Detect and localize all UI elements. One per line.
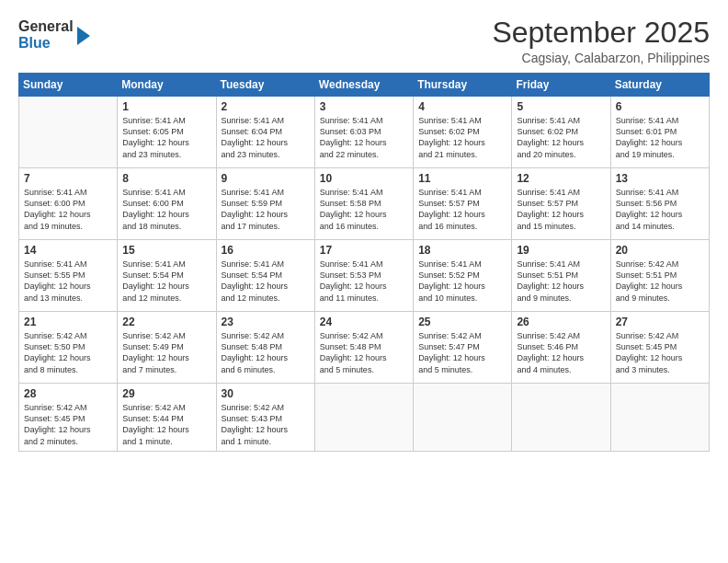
table-cell: 17Sunrise: 5:41 AMSunset: 5:53 PMDayligh… — [314, 240, 413, 312]
day-info: Sunrise: 5:41 AMSunset: 6:00 PMDaylight:… — [122, 187, 210, 232]
day-info: Sunrise: 5:41 AMSunset: 6:02 PMDaylight:… — [418, 115, 506, 160]
day-number: 26 — [517, 316, 605, 328]
table-cell: 13Sunrise: 5:41 AMSunset: 5:56 PMDayligh… — [610, 168, 709, 240]
calendar-table: Sunday Monday Tuesday Wednesday Thursday… — [18, 73, 710, 452]
day-number: 16 — [222, 244, 310, 257]
table-cell: 1Sunrise: 5:41 AMSunset: 6:05 PMDaylight… — [118, 97, 216, 168]
table-cell: 6Sunrise: 5:41 AMSunset: 6:01 PMDaylight… — [610, 97, 709, 168]
logo-line2: Blue — [18, 35, 74, 52]
day-info: Sunrise: 5:42 AMSunset: 5:43 PMDaylight:… — [222, 402, 310, 447]
day-info: Sunrise: 5:42 AMSunset: 5:48 PMDaylight:… — [222, 330, 310, 375]
page: General Blue September 2025 Cagsiay, Cal… — [0, 0, 728, 563]
col-saturday: Saturday — [610, 74, 709, 97]
day-info: Sunrise: 5:41 AMSunset: 5:54 PMDaylight:… — [222, 259, 310, 304]
table-cell: 15Sunrise: 5:41 AMSunset: 5:54 PMDayligh… — [118, 240, 216, 312]
table-cell: 7Sunrise: 5:41 AMSunset: 6:00 PMDaylight… — [19, 168, 118, 240]
header: General Blue September 2025 Cagsiay, Cal… — [18, 17, 710, 65]
day-info: Sunrise: 5:41 AMSunset: 6:00 PMDaylight:… — [24, 187, 112, 232]
day-info: Sunrise: 5:41 AMSunset: 5:53 PMDaylight:… — [320, 259, 408, 304]
day-number: 12 — [517, 172, 605, 185]
table-cell: 19Sunrise: 5:41 AMSunset: 5:51 PMDayligh… — [512, 240, 610, 312]
day-info: Sunrise: 5:42 AMSunset: 5:44 PMDaylight:… — [122, 402, 210, 447]
day-info: Sunrise: 5:42 AMSunset: 5:51 PMDaylight:… — [616, 259, 704, 304]
table-cell: 18Sunrise: 5:41 AMSunset: 5:52 PMDayligh… — [414, 240, 512, 312]
day-number: 5 — [517, 100, 605, 113]
calendar-row: 21Sunrise: 5:42 AMSunset: 5:50 PMDayligh… — [19, 312, 710, 384]
day-number: 20 — [616, 244, 704, 257]
calendar-row: 7Sunrise: 5:41 AMSunset: 6:00 PMDaylight… — [19, 168, 710, 240]
table-cell — [512, 384, 610, 452]
table-cell — [19, 97, 118, 168]
table-cell: 16Sunrise: 5:41 AMSunset: 5:54 PMDayligh… — [216, 240, 314, 312]
table-cell: 23Sunrise: 5:42 AMSunset: 5:48 PMDayligh… — [216, 312, 314, 384]
day-number: 27 — [616, 316, 704, 328]
day-number: 25 — [418, 316, 506, 328]
day-info: Sunrise: 5:41 AMSunset: 6:02 PMDaylight:… — [517, 115, 605, 160]
day-number: 17 — [320, 244, 408, 257]
calendar-subtitle: Cagsiay, Calabarzon, Philippines — [492, 51, 710, 65]
day-number: 19 — [517, 244, 605, 257]
title-block: September 2025 Cagsiay, Calabarzon, Phil… — [492, 17, 710, 65]
day-number: 18 — [418, 244, 506, 257]
logo: General Blue — [18, 17, 90, 52]
logo-line1: General — [18, 18, 74, 35]
day-number: 14 — [24, 244, 112, 257]
day-number: 30 — [222, 387, 310, 400]
day-info: Sunrise: 5:42 AMSunset: 5:45 PMDaylight:… — [24, 402, 112, 447]
day-number: 10 — [320, 172, 408, 185]
logo-wrapper: General Blue — [18, 17, 90, 52]
table-cell: 11Sunrise: 5:41 AMSunset: 5:57 PMDayligh… — [414, 168, 512, 240]
logo-arrow-icon — [77, 27, 90, 45]
day-number: 7 — [24, 172, 112, 185]
day-number: 8 — [122, 172, 210, 185]
day-number: 22 — [122, 316, 210, 328]
day-number: 2 — [222, 100, 310, 113]
calendar-title: September 2025 — [492, 17, 710, 49]
table-cell: 9Sunrise: 5:41 AMSunset: 5:59 PMDaylight… — [216, 168, 314, 240]
day-info: Sunrise: 5:41 AMSunset: 5:54 PMDaylight:… — [122, 259, 210, 304]
table-cell — [314, 384, 413, 452]
col-friday: Friday — [512, 74, 610, 97]
table-cell: 26Sunrise: 5:42 AMSunset: 5:46 PMDayligh… — [512, 312, 610, 384]
col-tuesday: Tuesday — [216, 74, 314, 97]
calendar-row: 28Sunrise: 5:42 AMSunset: 5:45 PMDayligh… — [19, 384, 710, 452]
table-cell: 4Sunrise: 5:41 AMSunset: 6:02 PMDaylight… — [414, 97, 512, 168]
day-number: 21 — [24, 316, 112, 328]
day-number: 28 — [24, 387, 112, 400]
table-cell: 27Sunrise: 5:42 AMSunset: 5:45 PMDayligh… — [610, 312, 709, 384]
day-number: 23 — [222, 316, 310, 328]
day-info: Sunrise: 5:41 AMSunset: 6:01 PMDaylight:… — [616, 115, 704, 160]
day-info: Sunrise: 5:42 AMSunset: 5:48 PMDaylight:… — [320, 330, 408, 375]
day-number: 11 — [418, 172, 506, 185]
day-info: Sunrise: 5:41 AMSunset: 5:58 PMDaylight:… — [320, 187, 408, 232]
day-number: 3 — [320, 100, 408, 113]
day-number: 9 — [222, 172, 310, 185]
day-info: Sunrise: 5:42 AMSunset: 5:49 PMDaylight:… — [122, 330, 210, 375]
day-number: 24 — [320, 316, 408, 328]
table-cell: 30Sunrise: 5:42 AMSunset: 5:43 PMDayligh… — [216, 384, 314, 452]
day-info: Sunrise: 5:41 AMSunset: 5:56 PMDaylight:… — [616, 187, 704, 232]
table-cell: 2Sunrise: 5:41 AMSunset: 6:04 PMDaylight… — [216, 97, 314, 168]
day-number: 29 — [122, 387, 210, 400]
header-row: Sunday Monday Tuesday Wednesday Thursday… — [19, 74, 710, 97]
col-wednesday: Wednesday — [314, 74, 413, 97]
table-cell: 20Sunrise: 5:42 AMSunset: 5:51 PMDayligh… — [610, 240, 709, 312]
day-info: Sunrise: 5:42 AMSunset: 5:50 PMDaylight:… — [24, 330, 112, 375]
table-cell — [610, 384, 709, 452]
day-info: Sunrise: 5:41 AMSunset: 5:51 PMDaylight:… — [517, 259, 605, 304]
day-info: Sunrise: 5:42 AMSunset: 5:46 PMDaylight:… — [517, 330, 605, 375]
table-cell — [414, 384, 512, 452]
logo-box: General Blue — [18, 17, 74, 52]
day-info: Sunrise: 5:41 AMSunset: 5:57 PMDaylight:… — [517, 187, 605, 232]
table-cell: 22Sunrise: 5:42 AMSunset: 5:49 PMDayligh… — [118, 312, 216, 384]
day-info: Sunrise: 5:41 AMSunset: 6:04 PMDaylight:… — [222, 115, 310, 160]
table-cell: 10Sunrise: 5:41 AMSunset: 5:58 PMDayligh… — [314, 168, 413, 240]
day-info: Sunrise: 5:41 AMSunset: 6:03 PMDaylight:… — [320, 115, 408, 160]
table-cell: 12Sunrise: 5:41 AMSunset: 5:57 PMDayligh… — [512, 168, 610, 240]
day-info: Sunrise: 5:41 AMSunset: 5:57 PMDaylight:… — [418, 187, 506, 232]
table-cell: 8Sunrise: 5:41 AMSunset: 6:00 PMDaylight… — [118, 168, 216, 240]
day-number: 15 — [122, 244, 210, 257]
table-cell: 21Sunrise: 5:42 AMSunset: 5:50 PMDayligh… — [19, 312, 118, 384]
col-monday: Monday — [118, 74, 216, 97]
day-info: Sunrise: 5:42 AMSunset: 5:45 PMDaylight:… — [616, 330, 704, 375]
